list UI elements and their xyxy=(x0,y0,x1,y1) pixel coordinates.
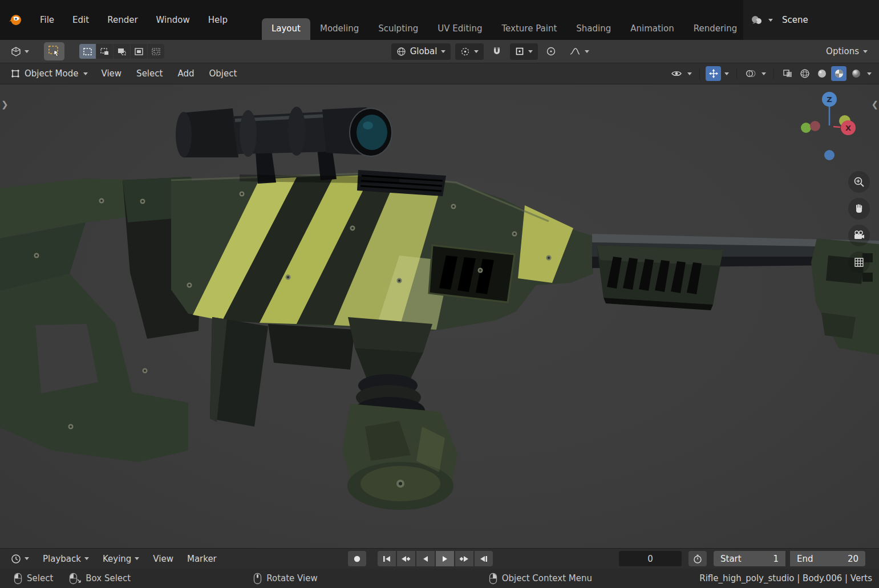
previous-keyframe-button[interactable] xyxy=(397,551,415,566)
toolbar-expand-arrow[interactable]: ❯ xyxy=(1,99,9,110)
add-menu[interactable]: Add xyxy=(171,66,200,81)
scene-name[interactable]: Scene xyxy=(782,15,808,25)
frame-end-field[interactable]: End 20 xyxy=(790,551,865,566)
marker-menu[interactable]: Marker xyxy=(182,551,222,566)
shading-material-preview-button[interactable] xyxy=(831,66,846,81)
hand-icon xyxy=(853,203,865,214)
timeline-view-label: View xyxy=(153,554,173,564)
pan-button[interactable] xyxy=(848,198,870,220)
z-axis-neg-ball[interactable] xyxy=(824,150,835,160)
chevron-down-icon xyxy=(25,557,29,560)
chevron-down-icon xyxy=(474,50,479,53)
auto-keying-button[interactable] xyxy=(348,551,366,566)
tab-rendering[interactable]: Rendering xyxy=(684,18,743,40)
gizmo-dropdown[interactable] xyxy=(723,66,731,81)
shading-rendered-button[interactable] xyxy=(848,66,864,81)
mouse-left-drag-icon xyxy=(69,573,81,585)
transform-controls-cluster: Global xyxy=(391,43,595,60)
tab-sculpting[interactable]: Sculpting xyxy=(368,18,428,40)
tab-modeling[interactable]: Modeling xyxy=(310,18,368,40)
navigation-gizmo[interactable]: Z X xyxy=(792,90,866,164)
select-mode-subtract-button[interactable] xyxy=(114,44,130,59)
viewport-header-right xyxy=(669,66,873,81)
hint-context-menu-label: Object Context Menu xyxy=(502,573,592,583)
menu-render[interactable]: Render xyxy=(100,11,144,29)
jump-to-start-button[interactable] xyxy=(378,551,396,566)
topbar: File Edit Render Window Help Layout Mode… xyxy=(0,0,879,40)
use-preview-range-button[interactable] xyxy=(688,551,707,566)
3d-viewport[interactable]: Z X xyxy=(0,84,879,548)
snap-target-dropdown[interactable] xyxy=(510,43,538,60)
zoom-button[interactable] xyxy=(848,171,870,193)
scene-statistics: Rifle_high_poly_studio | Body.006 | Vert… xyxy=(699,573,872,583)
current-frame-field[interactable]: 0 xyxy=(619,551,682,566)
select-mode-intersect-button[interactable] xyxy=(148,44,164,59)
record-icon xyxy=(353,555,361,563)
menu-edit[interactable]: Edit xyxy=(66,11,96,29)
object-mode-dropdown[interactable]: Object Mode xyxy=(6,67,93,80)
tab-shading[interactable]: Shading xyxy=(566,18,621,40)
y-axis-neg-ball[interactable] xyxy=(801,123,811,133)
keying-menu[interactable]: Keying xyxy=(98,551,144,566)
proportional-editing-toggle[interactable] xyxy=(542,44,560,59)
shading-dropdown[interactable] xyxy=(865,66,873,81)
select-mode-extend-button[interactable] xyxy=(96,44,113,59)
blender-logo-icon[interactable] xyxy=(6,10,25,30)
select-menu[interactable]: Select xyxy=(130,66,169,81)
options-dropdown[interactable]: Options xyxy=(821,44,872,59)
prev-keyframe-icon xyxy=(401,555,411,562)
toggle-grid-button[interactable] xyxy=(848,252,870,273)
menu-file[interactable]: File xyxy=(33,11,61,29)
menu-window[interactable]: Window xyxy=(149,11,197,29)
tab-animation[interactable]: Animation xyxy=(621,18,683,40)
select-mode-set-button[interactable] xyxy=(79,44,96,59)
pivot-point-icon xyxy=(460,47,470,56)
camera-view-button[interactable] xyxy=(848,225,870,246)
proportional-falloff-dropdown[interactable] xyxy=(564,43,594,60)
visibility-dropdown[interactable] xyxy=(686,66,694,81)
xray-icon xyxy=(783,69,793,78)
x-axis-neg-ball[interactable] xyxy=(810,121,820,131)
view-menu[interactable]: View xyxy=(95,66,128,81)
rifle-model[interactable] xyxy=(0,84,879,548)
jump-to-end-button[interactable] xyxy=(475,551,493,566)
x-axis-label: X xyxy=(845,124,851,132)
select-mode-invert-button[interactable] xyxy=(131,44,147,59)
play-reverse-button[interactable] xyxy=(416,551,435,566)
chevron-down-icon xyxy=(761,72,766,75)
object-visibility-icon[interactable] xyxy=(669,66,684,81)
xray-toggle[interactable] xyxy=(780,66,795,81)
active-tool-box-select-button[interactable] xyxy=(44,42,64,60)
chevron-down-icon xyxy=(83,72,88,75)
chevron-down-icon xyxy=(863,50,868,53)
mouse-middle-click-icon xyxy=(253,573,262,585)
next-keyframe-button[interactable] xyxy=(455,551,473,566)
tab-texture-paint[interactable]: Texture Paint xyxy=(492,18,566,40)
play-button[interactable] xyxy=(436,551,454,566)
shading-wireframe-button[interactable] xyxy=(797,66,812,81)
menu-help[interactable]: Help xyxy=(201,11,234,29)
pivot-point-dropdown[interactable] xyxy=(455,43,484,60)
next-keyframe-icon xyxy=(459,555,469,562)
snap-toggle-button[interactable] xyxy=(488,44,505,59)
show-overlays-toggle[interactable] xyxy=(743,66,758,81)
object-menu[interactable]: Object xyxy=(202,66,243,81)
sidebar-expand-arrow[interactable]: ❮ xyxy=(871,99,878,110)
transform-orientation-dropdown[interactable]: Global xyxy=(391,43,451,60)
marker-label: Marker xyxy=(187,554,217,564)
editor-type-selector[interactable] xyxy=(7,44,33,59)
timeline-view-menu[interactable]: View xyxy=(148,551,179,566)
frame-start-field[interactable]: Start 1 xyxy=(714,551,785,566)
overlays-dropdown[interactable] xyxy=(760,66,768,81)
topbar-menus: File Edit Render Window Help xyxy=(6,0,234,40)
camera-icon xyxy=(853,230,865,241)
scene-selector[interactable]: Scene xyxy=(743,0,879,40)
playback-menu[interactable]: Playback xyxy=(38,551,94,566)
shading-solid-button[interactable] xyxy=(814,66,829,81)
tab-uv-editing[interactable]: UV Editing xyxy=(428,18,492,40)
timeline-editor-type-selector[interactable] xyxy=(6,551,34,566)
show-gizmo-toggle[interactable] xyxy=(706,66,721,81)
orientation-value: Global xyxy=(410,46,438,56)
mouse-left-click-icon xyxy=(14,573,22,585)
tab-layout[interactable]: Layout xyxy=(262,18,310,40)
